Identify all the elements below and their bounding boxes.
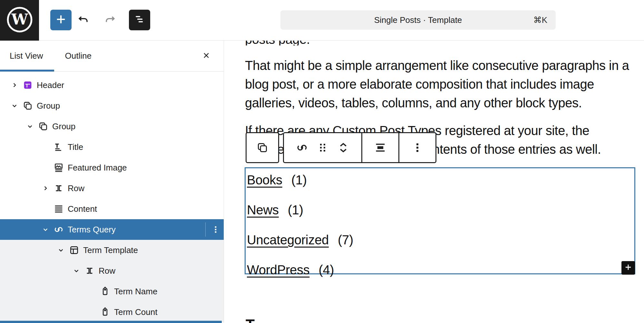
undo-button[interactable]: [76, 14, 90, 26]
term-count: (4): [318, 263, 334, 277]
row-icon: [52, 182, 66, 194]
block-inserter-button[interactable]: [50, 10, 72, 30]
block-label: Term Template: [83, 245, 138, 255]
content-icon: [52, 203, 66, 215]
list-view-row-content[interactable]: Content: [0, 199, 224, 219]
list-view-row-group[interactable]: Group: [0, 95, 224, 116]
terms-list: Books(1)News(1)Uncategorized(7)WordPress…: [247, 172, 633, 292]
move-up-down-button[interactable]: [337, 141, 350, 154]
list-view-row-title[interactable]: Title: [0, 137, 224, 157]
wordpress-logo-icon: W: [5, 5, 34, 35]
chevron-spacer: [86, 308, 98, 317]
block-label: Terms Query: [68, 225, 116, 235]
title-icon: [52, 141, 66, 153]
redo-button[interactable]: [103, 14, 117, 26]
term-template-icon: [67, 244, 81, 256]
options-button[interactable]: [411, 141, 424, 154]
paragraph-block-1[interactable]: That might be a simple arrangement like …: [245, 56, 641, 112]
list-view-row-row[interactable]: Row: [0, 260, 224, 281]
partially-visible-selected-row: [0, 321, 222, 323]
svg-text:W: W: [11, 11, 28, 28]
block-label: Row: [68, 183, 84, 193]
term-count: (1): [291, 173, 307, 187]
list-view-row-header[interactable]: Header: [0, 75, 224, 95]
paragraph-fragment-right: contents of those entries as well.: [419, 140, 601, 159]
loop-icon: [52, 224, 66, 235]
block-label: Group: [37, 101, 60, 111]
list-view-row-row[interactable]: Row: [0, 178, 224, 199]
term-item: News(1): [247, 202, 633, 232]
wordpress-logo[interactable]: W: [0, 0, 39, 41]
list-view-toggle-button[interactable]: [129, 10, 150, 30]
block-label: Term Name: [114, 287, 157, 297]
chevron-spacer: [39, 204, 52, 213]
chevron-down-icon[interactable]: [55, 246, 67, 255]
chevron-down-icon[interactable]: [8, 101, 21, 110]
block-label: Title: [68, 142, 83, 152]
list-view-row-featured-image[interactable]: Featured Image: [0, 157, 224, 178]
document-title: Single Posts · Template: [374, 15, 462, 25]
list-view-row-term-count[interactable]: Term Count: [0, 302, 224, 322]
chevron-right-icon[interactable]: [39, 184, 52, 193]
term-item: Uncategorized(7): [247, 232, 633, 262]
block-label: Featured Image: [68, 163, 127, 173]
term-count: (7): [338, 233, 353, 247]
block-toolbar: [246, 132, 436, 163]
term-count: (1): [288, 203, 303, 217]
term-name-link[interactable]: WordPress: [247, 263, 309, 277]
chevron-right-icon[interactable]: [8, 81, 21, 90]
undo-icon: [77, 13, 90, 27]
list-view-row-term-name[interactable]: Term Name: [0, 281, 224, 302]
chevron-spacer: [86, 287, 98, 296]
block-label: Content: [68, 204, 97, 214]
row-options-button[interactable]: [205, 222, 220, 237]
block-label: Header: [37, 80, 64, 90]
terms-query-selected-block[interactable]: Books(1)News(1)Uncategorized(7)WordPress…: [245, 167, 635, 274]
list-view-row-term-template[interactable]: Term Template: [0, 240, 224, 260]
group-icon: [36, 121, 50, 132]
list-view-sidebar: List View Outline HeaderGroupGroupTitleF…: [0, 41, 224, 323]
command-shortcut: ⌘K: [533, 10, 547, 30]
clipped-heading-bottom: T: [246, 316, 255, 323]
term-name-link[interactable]: Books: [247, 173, 282, 187]
list-view-tabs: List View Outline: [0, 41, 224, 72]
tab-outline[interactable]: Outline: [54, 41, 102, 71]
align-button[interactable]: [374, 141, 387, 154]
chevron-spacer: [39, 163, 52, 172]
featured-image-icon: [52, 162, 66, 173]
close-icon: [201, 51, 211, 62]
toolbar-segment: [398, 133, 435, 162]
editor-canvas: posts page. That might be a simple arran…: [224, 41, 644, 323]
term-name-link[interactable]: News: [247, 203, 279, 217]
group-icon: [21, 100, 35, 112]
term-item: Books(1): [247, 172, 633, 202]
block-label: Group: [52, 122, 75, 132]
document-title-button[interactable]: Single Posts · Template ⌘K: [280, 10, 556, 30]
block-label: Term Count: [114, 307, 157, 317]
plus-icon: [624, 263, 633, 273]
list-view-row-group[interactable]: Group: [0, 116, 224, 137]
chevron-down-icon[interactable]: [70, 266, 83, 275]
close-list-view-button[interactable]: [200, 50, 213, 63]
tag-icon: [98, 286, 112, 297]
list-view-row-terms-query[interactable]: Terms Query: [0, 219, 224, 240]
drag-handle-button[interactable]: [316, 141, 329, 154]
toolbar-segment: [361, 133, 398, 162]
plus-icon: [54, 13, 68, 27]
tab-list-view[interactable]: List View: [0, 41, 54, 71]
row-icon: [83, 265, 97, 277]
loop-button[interactable]: [296, 141, 308, 154]
clipped-paragraph-top: posts page.: [245, 41, 380, 45]
chevron-down-icon[interactable]: [39, 225, 52, 234]
toolbar-main-box: [283, 132, 436, 163]
term-item: WordPress(4): [247, 262, 633, 292]
header-icon: [21, 79, 35, 91]
chevron-down-icon[interactable]: [24, 122, 36, 131]
list-view-icon: [132, 12, 147, 28]
block-append-button[interactable]: [621, 261, 635, 275]
chevron-spacer: [39, 142, 52, 152]
editor-top-bar: W Single Posts · Template ⌘K: [0, 0, 644, 41]
parent-group-button[interactable]: [256, 141, 269, 154]
term-name-link[interactable]: Uncategorized: [247, 233, 329, 247]
tag-icon: [98, 306, 112, 318]
